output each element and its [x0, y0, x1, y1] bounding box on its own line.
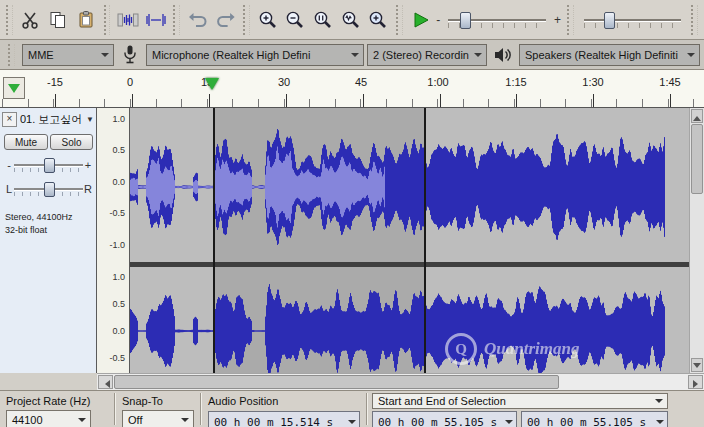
mixer-slider[interactable]	[582, 10, 684, 30]
vruler-label: 0.5	[112, 299, 125, 309]
recording-channels-select[interactable]: 2 (Stereo) Recordin	[367, 44, 487, 66]
track-close-button[interactable]: ×	[2, 112, 17, 127]
silence-selection-button[interactable]	[143, 6, 169, 34]
selection-toolbar: Project Rate (Hz) 44100 Snap-To Off Audi…	[0, 390, 704, 427]
gain-slider-thumb[interactable]	[44, 158, 55, 173]
undo-icon	[188, 11, 208, 29]
playback-device-value: Speakers (Realtek High Definiti	[525, 49, 678, 61]
slider-groove	[584, 19, 682, 22]
pan-slider-track[interactable]	[14, 180, 83, 198]
audio-host-value: MME	[28, 49, 54, 61]
vertical-scroll-thumb[interactable]	[691, 124, 703, 194]
recording-device-icon-wrap	[117, 44, 143, 66]
copy-button[interactable]	[45, 6, 71, 34]
selection-start-timebox[interactable]: 00 h 00 m 55.105 s	[372, 411, 517, 427]
zoom-out-button[interactable]	[283, 6, 309, 34]
left-arrow-icon	[101, 380, 110, 388]
timeline-pin-button[interactable]	[3, 77, 25, 99]
scroll-up-button[interactable]	[691, 109, 703, 123]
scroll-left-button[interactable]	[98, 375, 113, 389]
timeline-label: 1:30	[582, 76, 603, 88]
slider-plus-label: +	[554, 13, 561, 27]
slider-ticks	[584, 23, 682, 28]
track-control-panel[interactable]: × 01. 보고싶어 ▼ Mute Solo - + L R Stereo, 4…	[0, 108, 97, 373]
timeline-major-ticks	[55, 94, 704, 107]
track-title[interactable]: 01. 보고싶어	[20, 112, 83, 127]
vruler-label: -0.5	[109, 208, 125, 218]
down-arrow-icon	[693, 363, 701, 372]
recording-device-value: Microphone (Realtek High Defini	[152, 49, 310, 61]
zoom-toggle-button[interactable]	[365, 6, 391, 34]
trim-outside-selection-icon	[117, 11, 139, 29]
solo-button[interactable]: Solo	[50, 134, 93, 150]
slider-thumb[interactable]	[460, 12, 471, 29]
track-format-info: Stereo, 44100Hz	[5, 212, 73, 222]
audio-position-timebox[interactable]: 00 h 00 m 15.514 s	[208, 411, 360, 427]
track-buttons: Mute Solo	[4, 134, 93, 150]
scroll-down-button[interactable]	[691, 358, 703, 372]
gain-slider-track[interactable]	[14, 156, 83, 174]
audio-position-value: 00 h 00 m 15.514 s	[214, 416, 333, 427]
timeline-label: 1:15	[505, 76, 526, 88]
waveform-canvas[interactable]	[130, 108, 689, 373]
audio-host-select[interactable]: MME	[22, 44, 114, 66]
redo-icon	[215, 11, 235, 29]
vertical-ruler[interactable]: 1.0 0.5 0.0 -0.5 -1.0 1.0 0.5 0.0 -0.5	[97, 108, 130, 373]
fit-selection-button[interactable]	[310, 6, 336, 34]
toolbar-grip[interactable]	[396, 5, 403, 35]
playback-device-select[interactable]: Speakers (Realtek High Definiti	[519, 44, 700, 66]
toolbar-grip[interactable]	[104, 5, 111, 35]
vruler-label: 1.0	[112, 272, 125, 282]
audacity-window: - + MME Microphone (Realtek High Defini …	[0, 0, 704, 427]
snap-to-select[interactable]: Off	[122, 410, 194, 427]
device-toolbar: MME Microphone (Realtek High Defini 2 (S…	[0, 40, 704, 70]
toolbar-grip[interactable]	[6, 5, 13, 35]
pan-left-label: L	[4, 183, 14, 195]
undo-button[interactable]	[185, 6, 211, 34]
toolbar-grip[interactable]	[567, 5, 574, 35]
recording-channels-value: 2 (Stereo) Recordin	[373, 49, 469, 61]
waveform-display[interactable]: Q Quantrimang	[130, 108, 689, 373]
cut-button[interactable]	[18, 6, 44, 34]
mute-button[interactable]: Mute	[4, 134, 48, 150]
slider-minus-label: -	[436, 13, 440, 27]
selection-mode-select[interactable]: Start and End of Selection	[372, 393, 668, 409]
toolbar-grip[interactable]	[691, 5, 698, 35]
gain-slider[interactable]: - +	[4, 156, 93, 174]
separator	[114, 393, 115, 425]
trim-outside-selection-button[interactable]	[115, 6, 141, 34]
right-arrow-icon	[693, 380, 702, 388]
cut-icon	[20, 10, 40, 30]
track-header: × 01. 보고싶어 ▼	[2, 111, 94, 127]
toolbar-grip[interactable]	[173, 5, 180, 35]
zoom-toggle-icon	[368, 10, 388, 30]
timeline-ruler[interactable]: -15 0 15 30 45 1:00 1:15 1:30 1:45	[0, 70, 704, 108]
selection-start-value: 00 h 00 m 55.105 s	[378, 416, 497, 427]
toolbar-grip[interactable]	[243, 5, 250, 35]
recording-device-select[interactable]: Microphone (Realtek High Defini	[146, 44, 364, 66]
play-at-speed-button[interactable]	[408, 6, 434, 34]
vertical-scrollbar[interactable]	[689, 108, 704, 373]
speaker-icon	[493, 46, 513, 64]
pan-slider-thumb[interactable]	[44, 182, 55, 197]
snap-to-label: Snap-To	[122, 395, 163, 407]
scroll-right-button[interactable]	[688, 375, 703, 389]
toolbar-grip[interactable]	[8, 44, 15, 66]
gain-plus-label: +	[83, 159, 93, 171]
project-rate-label: Project Rate (Hz)	[6, 395, 90, 407]
pan-slider[interactable]: L R	[4, 180, 93, 198]
zoom-in-button[interactable]	[255, 6, 281, 34]
selection-end-timebox[interactable]: 00 h 00 m 55.105 s	[521, 411, 668, 427]
vruler-label: -0.5	[109, 353, 125, 363]
project-rate-select[interactable]: 44100	[6, 410, 91, 427]
slider-thumb[interactable]	[604, 12, 615, 29]
fit-project-button[interactable]	[338, 6, 364, 34]
fit-selection-icon	[313, 10, 333, 30]
redo-button[interactable]	[213, 6, 239, 34]
horizontal-scrollbar[interactable]	[97, 373, 704, 390]
track-menu-arrow-icon[interactable]: ▼	[86, 115, 94, 124]
paste-button[interactable]	[73, 6, 99, 34]
playhead-marker[interactable]	[205, 78, 219, 97]
horizontal-scroll-thumb[interactable]	[114, 375, 559, 389]
playback-speed-slider[interactable]	[446, 10, 548, 30]
